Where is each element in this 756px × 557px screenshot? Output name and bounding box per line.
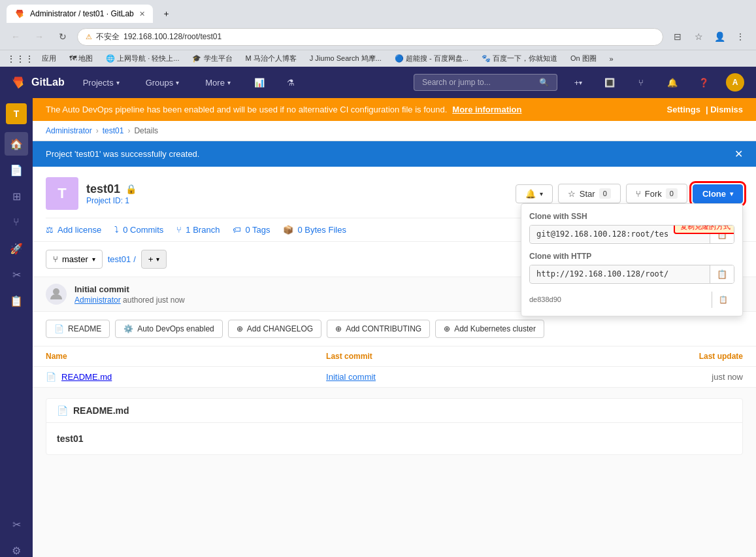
star-count: 0 [599, 188, 611, 199]
nav-help-btn[interactable]: ❓ [693, 72, 714, 93]
sidebar-merge[interactable]: ⑂ [5, 211, 28, 234]
breadcrumb-project[interactable]: test01 [103, 126, 124, 135]
nav-projects[interactable]: Projects ▾ [75, 67, 127, 98]
file-link[interactable]: README.md [61, 372, 112, 382]
tags-label: 0 Tags [245, 225, 270, 235]
clone-hash-copy-btn[interactable]: 📋 [712, 292, 734, 308]
sidebar-issues[interactable]: ⊞ [5, 184, 28, 208]
stat-tags[interactable]: 🏷 0 Tags [233, 225, 270, 235]
branch-chevron-icon: ▾ [92, 256, 95, 263]
nav-plus-btn[interactable]: + ▾ [568, 72, 589, 93]
commit-meta: Administrator authored just now [74, 295, 185, 305]
banner-message: The Auto DevOps pipeline has been enable… [46, 105, 447, 114]
breadcrumb-root[interactable]: Administrator [46, 126, 92, 135]
nav-todos-btn[interactable]: 🔔 [662, 72, 683, 93]
nav-merge-btn[interactable]: ⑂ [631, 72, 651, 93]
branch-select[interactable]: ⑂ master ▾ [46, 250, 103, 269]
bookmark-btn[interactable]: ☆ [689, 27, 708, 46]
commit-info: Initial commit Administrator authored ju… [74, 284, 185, 305]
sidebar-snippets[interactable]: ✂ [5, 263, 28, 286]
clone-btn-wrapper: Clone ▾ Clone with SSH 复制克隆的方式 [693, 184, 743, 203]
commit-author[interactable]: Administrator [74, 295, 121, 305]
tab-title: Administrator / test01 · GitLab [30, 9, 134, 18]
qa-readme[interactable]: 📄 README [46, 320, 110, 338]
bookmark-super[interactable]: 🔵 超能搜 - 百度网盘... [389, 52, 474, 65]
bookmark-student[interactable]: 🎓 学生平台 [187, 52, 237, 65]
readme-header-title: README.md [73, 405, 129, 416]
star-btn[interactable]: ☆ Star 0 [558, 184, 621, 203]
nav-code-btn[interactable]: ⚗ [280, 72, 301, 93]
sidebar-wiki[interactable]: 📋 [5, 289, 28, 312]
notification-btn[interactable]: 🔔 ▾ [516, 184, 553, 203]
bookmark-blog[interactable]: M 马治个人博客 [240, 52, 302, 65]
breadcrumb: Administrator › test01 › Details [33, 121, 756, 141]
bookmark-baidu[interactable]: 🐾 百度一下，你就知道 [476, 52, 563, 65]
sidebar-home[interactable]: 🏠 [5, 132, 28, 156]
col-date: Last update [543, 346, 756, 367]
clone-btn[interactable]: Clone ▾ [693, 184, 743, 203]
star-icon: ☆ [568, 189, 576, 199]
bookmark-jiumo[interactable]: J Jiumo Search 鸠摩... [304, 52, 387, 65]
bookmark-map[interactable]: 🗺 地图 [64, 52, 98, 65]
new-tab-btn[interactable]: ＋ [158, 4, 174, 24]
breadcrumb-current: Details [134, 126, 158, 135]
qa-contributing[interactable]: ⊕ Add CONTRIBUTING [327, 320, 430, 338]
quick-actions: 📄 README ⚙️ Auto DevOps enabled ⊕ Add CH… [33, 312, 756, 346]
gitlab-logo-icon [10, 75, 26, 90]
apps-icon: ⋮⋮⋮ [7, 54, 34, 64]
sidebar-files[interactable]: 📄 [5, 158, 28, 182]
sidebar-members[interactable]: ✂ [5, 513, 28, 536]
path-root[interactable]: test01 [108, 254, 131, 264]
stat-license[interactable]: ⚖ Add license [46, 225, 101, 235]
nav-avatar-btn[interactable]: A [725, 72, 746, 93]
sidebar-avatar[interactable]: T [6, 103, 27, 124]
reload-btn[interactable]: ↻ [54, 27, 72, 46]
clone-http-input[interactable] [530, 265, 710, 282]
stat-files[interactable]: 📦 0 Bytes Files [283, 225, 346, 235]
file-commit-link[interactable]: Initial commit [326, 372, 376, 382]
gitlab-favicon-icon [14, 8, 25, 19]
commit-avatar-icon [48, 286, 64, 302]
license-icon: ⚖ [46, 225, 54, 235]
nav-groups[interactable]: Groups ▾ [138, 67, 188, 98]
browser-tab[interactable]: Administrator / test01 · GitLab ✕ [7, 5, 153, 23]
banner-settings-link[interactable]: Settings [667, 105, 700, 114]
clone-http-copy-btn[interactable]: 📋 [710, 265, 734, 283]
devops-banner: The Auto DevOps pipeline has been enable… [33, 98, 756, 121]
nav-more[interactable]: More ▾ [197, 67, 238, 98]
banner-more-info[interactable]: More information [452, 105, 521, 114]
bookmark-apps[interactable]: 应用 [37, 52, 61, 65]
commit-message[interactable]: Initial commit [74, 284, 185, 294]
fork-btn[interactable]: ⑂ Fork 0 [626, 184, 687, 203]
gitlab-logo[interactable]: GitLab [10, 75, 65, 90]
stat-commits[interactable]: ⤵ 0 Commits [114, 225, 163, 235]
breadcrumb-sep2: › [127, 126, 130, 135]
menu-btn[interactable]: ⋮ [731, 27, 749, 46]
star-label: Star [580, 189, 595, 199]
address-bar[interactable]: ⚠ 不安全 192.168.100.128/root/test01 [77, 28, 663, 46]
tags-icon: 🏷 [233, 225, 241, 235]
tab-close-btn[interactable]: ✕ [139, 10, 145, 18]
add-file-btn[interactable]: + ▾ [141, 250, 167, 269]
qa-changelog[interactable]: ⊕ Add CHANGELOG [228, 320, 321, 338]
contributing-icon: ⊕ [335, 324, 342, 333]
nav-issues-btn[interactable]: 🔳 [599, 72, 620, 93]
sidebar-settings[interactable]: ⚙ [5, 539, 28, 557]
profile-btn[interactable]: 👤 [710, 27, 729, 46]
qa-kubernetes[interactable]: ⊕ Add Kubernetes cluster [435, 320, 544, 338]
nav-chart-btn[interactable]: 📊 [249, 72, 270, 93]
translate-btn[interactable]: ⊟ [668, 27, 687, 46]
commit-time: just now [156, 295, 185, 305]
search-box[interactable]: Search or jump to... 🔍 [414, 74, 557, 91]
back-btn[interactable]: ← [7, 27, 25, 46]
sidebar-pipelines[interactable]: 🚀 [5, 237, 28, 260]
top-nav: GitLab Projects ▾ Groups ▾ More ▾ 📊 ⚗ Se… [0, 67, 756, 98]
bookmark-more[interactable]: » [604, 54, 619, 64]
stat-branch[interactable]: ⑂ 1 Branch [176, 225, 220, 235]
banner-dismiss-link[interactable]: Dismiss [706, 105, 743, 114]
alert-close-btn[interactable]: ✕ [734, 148, 743, 160]
bookmark-nav[interactable]: 🌐 上网导航 · 轻快上... [101, 52, 184, 65]
qa-devops[interactable]: ⚙️ Auto DevOps enabled [115, 320, 222, 338]
bookmark-on[interactable]: On 图圈 [565, 52, 602, 65]
forward-btn[interactable]: → [30, 27, 48, 46]
